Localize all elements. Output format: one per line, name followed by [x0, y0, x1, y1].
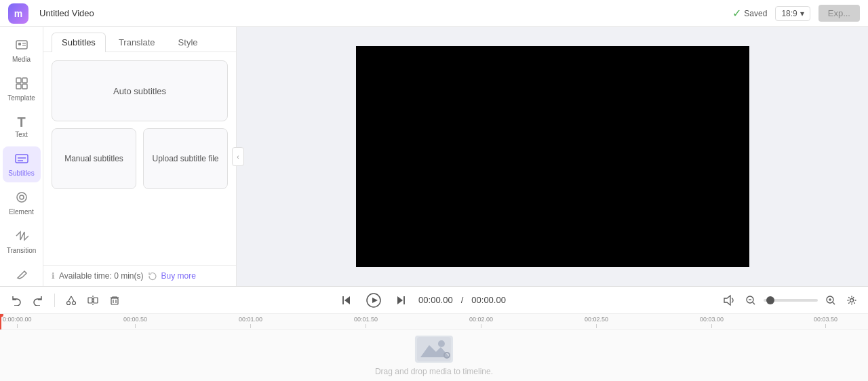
top-bar-right: ✓ Saved 18:9 ▾ Exp...	[732, 5, 860, 22]
transport-controls: 00:00.00 / 00:00.00	[128, 291, 715, 310]
svg-rect-4	[16, 78, 21, 83]
split-icon	[87, 295, 98, 306]
zoom-in-button[interactable]	[823, 293, 838, 308]
refresh-icon	[148, 271, 157, 281]
sidebar-item-subtitles[interactable]: Subtitles	[3, 146, 41, 182]
manual-subtitles-card[interactable]: Manual subtitles	[52, 128, 136, 189]
svg-marker-28	[397, 296, 403, 304]
transition-label: Transition	[7, 247, 37, 254]
undo-button[interactable]	[8, 292, 24, 308]
svg-rect-7	[22, 84, 27, 89]
ruler-mark-5: 00:02.50	[585, 316, 608, 328]
text-label: Text	[15, 131, 27, 138]
app-logo: m	[8, 3, 28, 24]
auto-subtitles-label: Auto subtitles	[113, 86, 166, 96]
track-placeholder-thumb	[415, 336, 453, 363]
sidebar-item-pen[interactable]	[3, 262, 41, 286]
ruler-mark-1: 00:00.50	[123, 316, 147, 328]
panel-collapse-button[interactable]: ‹	[232, 147, 244, 166]
svg-line-16	[71, 296, 74, 301]
zoom-slider[interactable]	[764, 299, 818, 302]
svg-rect-20	[111, 298, 118, 304]
svg-line-15	[68, 296, 71, 301]
skip-forward-button[interactable]	[391, 291, 410, 310]
top-bar: m Untitled Video ✓ Saved 18:9 ▾ Exp...	[0, 0, 868, 27]
play-button[interactable]	[364, 291, 383, 310]
svg-point-14	[73, 301, 76, 304]
video-title: Untitled Video	[39, 8, 727, 18]
panel-footer: ℹ Available time: 0 min(s) Buy more	[43, 265, 236, 286]
chevron-down-icon: ▾	[800, 9, 804, 18]
svg-marker-24	[344, 296, 350, 304]
toolbar-sep-1	[54, 294, 55, 307]
zoom-out-icon	[746, 296, 755, 305]
redo-button[interactable]	[30, 292, 46, 308]
main-layout: Media Template T Text	[0, 27, 868, 286]
ruler-mark-6: 00:03.00	[700, 316, 724, 328]
saved-badge: ✓ Saved	[732, 7, 767, 20]
buy-more-link[interactable]: Buy more	[161, 271, 196, 281]
svg-point-13	[67, 301, 71, 304]
undo-icon	[11, 295, 22, 306]
sidebar-item-media[interactable]: Media	[3, 33, 41, 68]
media-icon	[15, 38, 28, 54]
cut-button[interactable]	[63, 292, 79, 308]
sidebar-item-transition[interactable]: Transition	[3, 224, 41, 260]
volume-button[interactable]	[720, 292, 738, 309]
subtitles-label: Subtitles	[8, 169, 34, 177]
upload-subtitle-label: Upload subtitle file	[146, 148, 224, 169]
auto-subtitles-card[interactable]: Auto subtitles	[52, 60, 228, 121]
svg-point-40	[438, 340, 445, 347]
timeline-right-controls	[720, 292, 860, 309]
zoom-out-button[interactable]	[743, 293, 758, 308]
delete-button[interactable]	[106, 292, 123, 308]
timeline-area: 00:00.00 / 00:00.00	[0, 286, 868, 381]
upload-subtitle-card[interactable]: Upload subtitle file	[143, 128, 228, 189]
sidebar-item-text[interactable]: T Text	[3, 110, 41, 144]
template-icon	[15, 77, 28, 92]
subtitles-panel: Subtitles Translate Style Auto subtitles…	[43, 27, 237, 286]
split-button[interactable]	[85, 292, 101, 308]
svg-rect-18	[94, 298, 98, 303]
skip-back-icon	[341, 295, 352, 306]
manual-subtitles-label: Manual subtitles	[59, 148, 129, 169]
svg-rect-6	[16, 84, 21, 89]
svg-rect-17	[88, 298, 92, 303]
svg-point-12	[20, 195, 24, 199]
time-sep: /	[461, 295, 464, 305]
tab-subtitles[interactable]: Subtitles	[52, 33, 106, 52]
svg-rect-5	[22, 78, 27, 83]
icon-nav: Media Template T Text	[0, 27, 43, 286]
ruler-mark-7: 00:03.50	[814, 316, 837, 328]
subtitles-icon	[15, 152, 28, 167]
element-icon	[15, 190, 28, 206]
timeline-settings-button[interactable]	[844, 292, 860, 308]
export-button[interactable]: Exp...	[818, 5, 860, 22]
timeline-tracks: Drag and drop media to timeline.	[0, 330, 868, 381]
time-total: 00:00.00	[471, 295, 506, 305]
ruler-mark-4: 00:02.00	[469, 316, 493, 328]
cut-icon	[66, 295, 77, 306]
thumb-circle	[443, 352, 450, 359]
ruler-mark-0: 0:00:00.00	[3, 316, 32, 328]
tab-style[interactable]: Style	[168, 33, 208, 52]
aspect-ratio-button[interactable]: 18:9 ▾	[775, 6, 810, 21]
pen-icon	[15, 268, 28, 283]
svg-rect-0	[16, 41, 27, 49]
play-icon	[366, 293, 381, 308]
ruler-labels: 0:00:00.00 00:00.50 00:01.00 00:01.50 00…	[0, 314, 868, 329]
timeline-toolbar: 00:00.00 / 00:00.00	[0, 287, 868, 314]
sidebar-item-template[interactable]: Template	[3, 71, 41, 107]
skip-back-button[interactable]	[337, 291, 356, 310]
zoom-thumb	[766, 296, 774, 304]
redo-icon	[33, 295, 43, 306]
available-time-text: Available time: 0 min(s)	[59, 271, 144, 281]
tab-translate[interactable]: Translate	[108, 33, 165, 52]
sidebar-item-element[interactable]: Element	[3, 185, 41, 221]
volume-icon	[723, 294, 735, 306]
skip-forward-icon	[395, 295, 406, 306]
template-label: Template	[7, 94, 35, 102]
media-label: Media	[12, 56, 31, 63]
subtitle-cards-row: Manual subtitles Upload subtitle file	[52, 128, 228, 189]
empty-timeline-hint: Drag and drop media to timeline.	[375, 367, 493, 376]
